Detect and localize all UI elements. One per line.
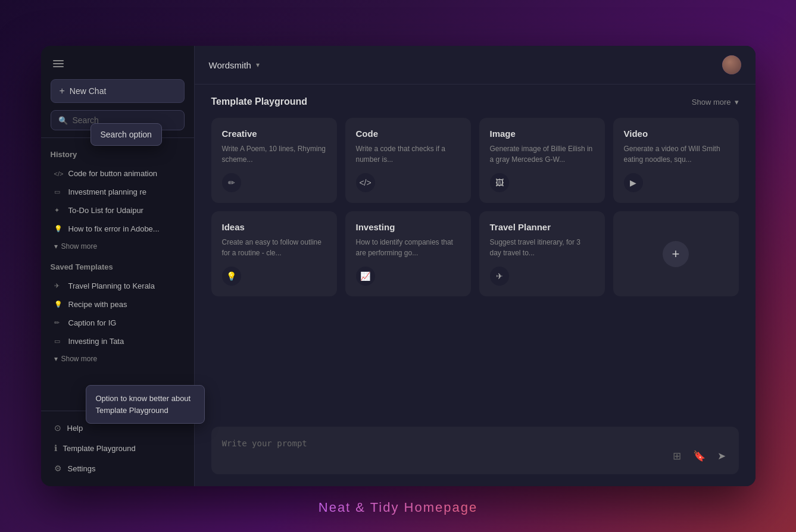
wordsmith-title: Wordsmith [209, 60, 251, 70]
card-desc-creative: Write A Poem, 10 lines, Rhyming scheme..… [222, 143, 326, 165]
card-title-code: Code [356, 129, 460, 139]
add-template-card[interactable]: + [613, 211, 739, 296]
saved-item-label: Caption for IG [68, 318, 117, 327]
send-button[interactable]: ➤ [715, 447, 728, 465]
wordsmith-selector[interactable]: Wordsmith ▾ [209, 60, 260, 70]
new-chat-label: New Chat [70, 86, 106, 96]
avatar[interactable] [722, 55, 741, 74]
add-icon: + [663, 241, 689, 267]
card-title-creative: Creative [222, 129, 326, 139]
gear-icon: ⚙ [54, 464, 62, 473]
chevron-down-icon: ▾ [54, 242, 58, 251]
prompt-actions: ⊞ 🔖 ➤ [670, 447, 728, 465]
dropdown-arrow-icon: ▾ [256, 61, 260, 69]
card-desc-video: Generate a video of Will Smith eating no… [624, 143, 728, 165]
chevron-down-icon-2: ▾ [54, 355, 58, 363]
saved-item-investing[interactable]: ▭ Investing in Tata [51, 333, 185, 350]
sidebar-bottom: Option to know better about Template Pla… [41, 411, 194, 486]
caption-icon: ✏ [54, 319, 64, 327]
card-title-image: Image [490, 129, 594, 139]
template-card-video[interactable]: Video Generate a video of Will Smith eat… [613, 118, 739, 203]
help-label: Help [67, 424, 83, 433]
search-option-tooltip: Search option [90, 123, 162, 146]
card-title-video: Video [624, 129, 728, 139]
template-card-ideas[interactable]: Ideas Create an easy to follow outline f… [211, 211, 337, 296]
history-item-todo[interactable]: ✦ To-Do List for Udaipur [51, 202, 185, 219]
info-icon: ℹ [54, 443, 57, 453]
template-card-code[interactable]: Code Write a code that checks if a numbe… [345, 118, 471, 203]
new-chat-button[interactable]: + New Chat [51, 79, 185, 103]
history-item-label: Code for button animation [68, 169, 158, 178]
card-desc-investing: How to identify companies that are perfo… [356, 237, 460, 258]
main-header: Wordsmith ▾ [195, 46, 756, 85]
send-icon: ➤ [717, 450, 726, 462]
history-item-label: How to fix error in Adobe... [68, 224, 160, 233]
todo-icon: ✦ [54, 206, 64, 214]
saved-item-recipe[interactable]: 💡 Recipe with peas [51, 296, 185, 313]
history-item-code[interactable]: </> Code for button animation [51, 165, 185, 182]
investing-icon: ▭ [54, 337, 64, 345]
code-icon: </> [54, 170, 64, 177]
card-icon-wrap-creative: ✏ [222, 173, 326, 192]
plus-icon: + [60, 86, 65, 96]
card-icon-wrap-code: </> [356, 173, 460, 192]
card-desc-code: Write a code that checks if a number is.… [356, 143, 460, 165]
history-show-more[interactable]: ▾ Show more [51, 240, 185, 253]
saved-templates-section: Saved Templates ✈ Travel Planning to Ker… [51, 262, 185, 365]
card-title-ideas: Ideas [222, 222, 326, 232]
expand-icon: ⊞ [673, 450, 681, 462]
travel-icon: ✈ [54, 282, 64, 290]
template-header: Template Playground Show more ▾ [211, 96, 739, 107]
hamburger-button[interactable] [51, 58, 66, 70]
error-icon: 💡 [54, 225, 64, 233]
card-desc-image: Generate image of Billie Eilish in a gra… [490, 143, 594, 165]
history-section-title: History [51, 150, 185, 159]
template-playground-label: Template Playground [63, 444, 136, 453]
sidebar: + New Chat 🔍 Search option History </> C… [41, 46, 195, 486]
card-icon-wrap-image: 🖼 [490, 173, 594, 192]
saved-item-label: Investing in Tata [68, 337, 124, 346]
template-playground-item[interactable]: ℹ Template Playground [51, 439, 185, 458]
settings-label: Settings [68, 464, 96, 473]
saved-item-label: Recipe with peas [68, 300, 127, 309]
template-playground-tooltip: Option to know better about Template Pla… [86, 385, 205, 424]
page-label: Neat & Tidy Homepage [319, 500, 477, 515]
pen-icon: ✏ [222, 173, 241, 192]
saved-section-title: Saved Templates [51, 262, 185, 271]
lightbulb-icon: 💡 [222, 267, 241, 286]
code-bracket-icon: </> [356, 173, 375, 192]
template-grid: Creative Write A Poem, 10 lines, Rhyming… [211, 118, 739, 296]
recipe-icon: 💡 [54, 301, 64, 308]
card-desc-travel: Suggest travel itinerary, for 3 day trav… [490, 237, 594, 258]
investment-icon: ▭ [54, 188, 64, 196]
template-card-travel[interactable]: Travel Planner Suggest travel itinerary,… [479, 211, 605, 296]
chevron-down-icon-3: ▾ [735, 98, 739, 107]
history-item-investment[interactable]: ▭ Investment planning re [51, 183, 185, 201]
bookmark-icon: 🔖 [693, 450, 706, 462]
sidebar-content: History </> Code for button animation ▭ … [41, 138, 194, 411]
saved-item-travel[interactable]: ✈ Travel Planning to Kerala [51, 277, 185, 295]
template-playground-section: Template Playground Show more ▾ Creative… [195, 85, 756, 417]
main-content: Wordsmith ▾ Template Playground Show mor… [195, 46, 756, 486]
prompt-input[interactable] [222, 437, 663, 465]
history-item-label: Investment planning re [68, 187, 147, 196]
template-card-investing[interactable]: Investing How to identify companies that… [345, 211, 471, 296]
prompt-bar: ⊞ 🔖 ➤ [211, 427, 739, 474]
saved-show-more[interactable]: ▾ Show more [51, 352, 185, 365]
card-icon-wrap-video: ▶ [624, 173, 728, 192]
settings-item[interactable]: ⚙ Settings [51, 459, 185, 478]
template-playground-section-title: Template Playground [211, 96, 308, 107]
airplane-icon: ✈ [490, 267, 509, 286]
help-icon: ⊙ [54, 423, 61, 433]
show-more-label: Show more [692, 98, 731, 107]
bookmark-button[interactable]: 🔖 [691, 447, 708, 465]
avatar-image [722, 55, 741, 74]
play-icon: ▶ [624, 173, 643, 192]
chart-icon: 📈 [356, 267, 375, 286]
template-card-creative[interactable]: Creative Write A Poem, 10 lines, Rhyming… [211, 118, 337, 203]
template-show-more-button[interactable]: Show more ▾ [692, 98, 739, 107]
history-item-error[interactable]: 💡 How to fix error in Adobe... [51, 220, 185, 237]
saved-item-caption[interactable]: ✏ Caption for IG [51, 314, 185, 331]
template-card-image[interactable]: Image Generate image of Billie Eilish in… [479, 118, 605, 203]
expand-button[interactable]: ⊞ [670, 447, 683, 465]
